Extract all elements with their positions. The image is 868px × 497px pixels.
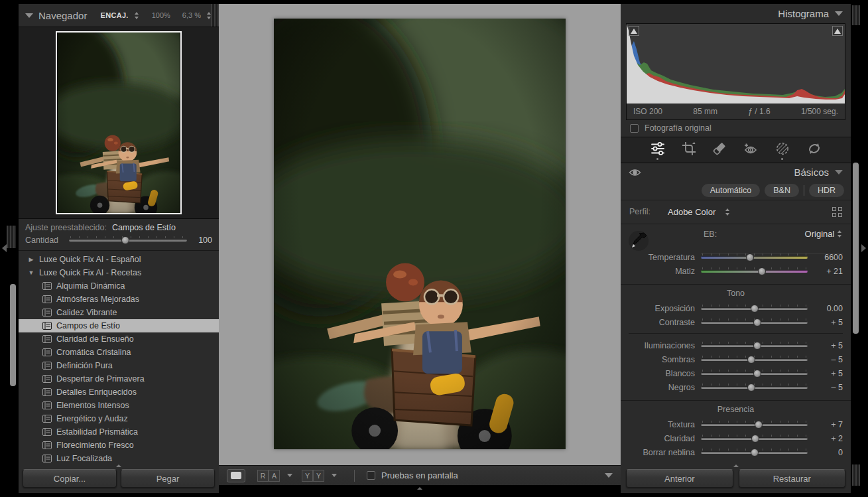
- navigator-thumbnail[interactable]: [56, 31, 182, 214]
- slider-track[interactable]: [701, 267, 808, 276]
- zoom-fit-updown-icon[interactable]: [134, 11, 140, 20]
- preset-row[interactable]: Estabilidad Prismática: [19, 425, 219, 439]
- slider-track[interactable]: [701, 420, 808, 429]
- slider-thumb[interactable]: [746, 253, 754, 261]
- preset-row[interactable]: Energético y Audaz: [19, 412, 219, 425]
- soft-proof-checkbox[interactable]: [367, 471, 375, 480]
- slider-track[interactable]: [701, 304, 808, 313]
- zoom-fit-button[interactable]: ENCAJ.: [101, 11, 129, 19]
- preset-row[interactable]: Cromática Cristalina: [19, 346, 219, 359]
- reset-button[interactable]: Restaurar: [739, 469, 846, 488]
- original-photo-checkbox[interactable]: [630, 124, 639, 133]
- slider-track[interactable]: [701, 448, 808, 457]
- preset-row[interactable]: Claridad de Ensueño: [19, 332, 219, 346]
- white-balance-value[interactable]: Original: [796, 229, 843, 239]
- preset-row[interactable]: Detalles Enriquecidos: [19, 386, 219, 399]
- slider-track[interactable]: [701, 369, 808, 378]
- slider-thumb[interactable]: [751, 449, 759, 457]
- collapse-left-panel-arrow[interactable]: [2, 244, 7, 252]
- profile-updown-icon[interactable]: [725, 208, 731, 216]
- slider-track[interactable]: [701, 383, 808, 392]
- preset-row[interactable]: Alquimia Dinámica: [19, 279, 219, 293]
- basic-panel-header[interactable]: Básicos: [621, 163, 851, 181]
- filmstrip-reveal-caret-icon[interactable]: [417, 487, 422, 490]
- amount-slider-thumb[interactable]: [121, 236, 129, 244]
- zoom-100-button[interactable]: 100%: [152, 11, 170, 19]
- navigator-collapse-icon[interactable]: [25, 13, 33, 18]
- adjust-sliders-tool[interactable]: [650, 141, 666, 160]
- collapse-right-panel-arrow[interactable]: [861, 244, 866, 252]
- histogram-graph[interactable]: [627, 24, 845, 104]
- crop-tool[interactable]: [682, 141, 696, 160]
- slider-track[interactable]: [701, 434, 808, 443]
- main-photo[interactable]: [274, 19, 566, 449]
- footer-caret-icon[interactable]: [116, 464, 121, 467]
- white-balance-eyedropper-icon[interactable]: [627, 230, 650, 252]
- slider-track[interactable]: [701, 318, 808, 327]
- histogram-collapse-icon[interactable]: [835, 11, 843, 16]
- sync-tool[interactable]: [806, 141, 822, 160]
- slider-thumb[interactable]: [758, 267, 766, 275]
- amount-slider-track[interactable]: [69, 236, 187, 245]
- footer-caret-icon[interactable]: [733, 464, 739, 467]
- preset-row[interactable]: Florecimiento Fresco: [19, 439, 219, 452]
- toolbar-options-caret-icon[interactable]: [605, 473, 613, 478]
- preset-row[interactable]: Definición Pura: [19, 359, 219, 372]
- paste-button[interactable]: Pegar: [121, 469, 215, 488]
- preset-row[interactable]: ▼ Luxe Quick Fix AI - Recetas: [19, 266, 219, 279]
- preset-row[interactable]: Calidez Vibrante: [19, 306, 219, 319]
- reference-view-button[interactable]: R A: [257, 470, 280, 482]
- slider-thumb[interactable]: [753, 370, 761, 378]
- red-eye-tool[interactable]: [743, 141, 759, 160]
- navigator-header[interactable]: Navegador ENCAJ. 100% 6,3 %: [19, 4, 219, 27]
- before-after-left[interactable]: Y: [302, 470, 313, 482]
- profile-value[interactable]: Adobe Color: [668, 207, 715, 217]
- masking-tool[interactable]: [775, 141, 790, 160]
- reference-view-caret-icon[interactable]: [287, 474, 292, 477]
- before-after-caret-icon[interactable]: [332, 474, 337, 477]
- slider-thumb[interactable]: [755, 421, 763, 429]
- slider-thumb[interactable]: [753, 319, 761, 326]
- healing-tool[interactable]: [712, 141, 727, 160]
- preset-row[interactable]: Despertar de Primavera: [19, 372, 219, 386]
- before-after-button[interactable]: Y Y: [302, 470, 324, 482]
- reference-view-left[interactable]: R: [257, 470, 269, 482]
- previous-button[interactable]: Anterior: [626, 469, 733, 488]
- shadow-clipping-indicator[interactable]: [629, 26, 639, 36]
- develop-panel: Histograma ISO 200 85 mm ƒ / 1.6 1/500 s…: [621, 4, 851, 493]
- soft-proof-control[interactable]: Pruebas en pantalla: [367, 470, 458, 480]
- preset-row[interactable]: Campos de Estío: [19, 319, 219, 332]
- preset-row[interactable]: Luz Focalizada: [19, 452, 219, 465]
- slider-track[interactable]: [701, 355, 808, 364]
- disclosure-icon[interactable]: ▶: [28, 256, 34, 263]
- slider-thumb[interactable]: [753, 342, 761, 350]
- loupe-view-button[interactable]: [227, 469, 245, 482]
- slider-track[interactable]: [701, 253, 808, 262]
- histogram-header[interactable]: Histograma: [621, 4, 851, 23]
- slider-thumb[interactable]: [747, 356, 755, 364]
- hdr-button[interactable]: HDR: [809, 184, 844, 197]
- right-panel-scrollbar[interactable]: [853, 163, 859, 334]
- copy-button[interactable]: Copiar...: [23, 469, 117, 488]
- left-panel-scrollbar[interactable]: [10, 284, 16, 386]
- bw-button[interactable]: B&N: [765, 184, 799, 197]
- slider-thumb[interactable]: [751, 305, 759, 313]
- before-after-right[interactable]: Y: [313, 470, 324, 482]
- slider-thumb[interactable]: [751, 435, 759, 443]
- disclosure-icon[interactable]: ▼: [28, 269, 34, 276]
- basic-collapse-icon[interactable]: [835, 170, 843, 175]
- original-photo-row[interactable]: Fotografía original: [621, 120, 851, 137]
- preset-row[interactable]: Atmósferas Mejoradas: [19, 293, 219, 306]
- white-balance-updown-icon[interactable]: [837, 230, 843, 238]
- preset-row[interactable]: ▶ Luxe Quick Fix AI - Español: [19, 253, 219, 266]
- reference-view-right[interactable]: A: [269, 470, 280, 482]
- profile-browser-icon[interactable]: [832, 207, 842, 217]
- slider-thumb[interactable]: [747, 384, 755, 391]
- zoom-ratio-button[interactable]: 6,3 %: [182, 11, 201, 19]
- slider-track[interactable]: [701, 341, 808, 350]
- panel-switch-eye-icon[interactable]: [629, 169, 641, 177]
- slider-row: Sombras – 5: [629, 352, 843, 366]
- highlight-clipping-indicator[interactable]: [832, 26, 843, 36]
- auto-button[interactable]: Automático: [702, 184, 761, 197]
- preset-row[interactable]: Elementos Intensos: [19, 399, 219, 412]
